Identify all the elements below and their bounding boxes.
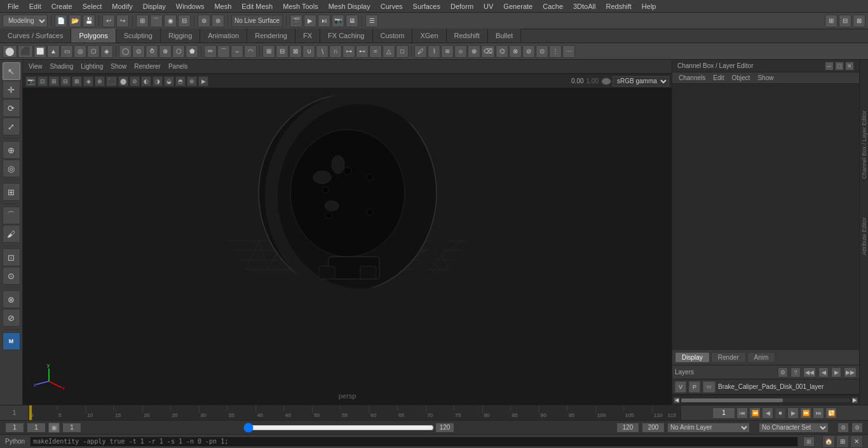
sculpt6-button[interactable]: ⌫ bbox=[481, 45, 495, 58]
anim-settings-btn[interactable]: ⚙ bbox=[837, 423, 849, 433]
menu-edit-mesh[interactable]: Edit Mesh bbox=[236, 1, 278, 11]
sculpt10-button[interactable]: ⊙ bbox=[536, 45, 548, 58]
snap-curve-button[interactable]: ⌒ bbox=[150, 15, 163, 27]
menu-create[interactable]: Create bbox=[46, 1, 78, 11]
tab-sculpting[interactable]: Sculpting bbox=[116, 29, 161, 43]
menu-redshift[interactable]: Redshift bbox=[600, 1, 636, 11]
range-end-input[interactable] bbox=[642, 423, 665, 433]
menu-modify[interactable]: Modify bbox=[107, 1, 137, 11]
vp-lighting-menu[interactable]: Lighting bbox=[78, 62, 106, 71]
sphere-button[interactable]: ⬤ bbox=[3, 45, 17, 58]
shadow-btn[interactable]: ◐ bbox=[141, 76, 151, 86]
vp-renderer-menu[interactable]: Renderer bbox=[131, 62, 164, 71]
vp-view-menu[interactable]: View bbox=[25, 62, 46, 71]
arc-button[interactable]: ◠ bbox=[244, 45, 257, 58]
undo-button[interactable]: ↩ bbox=[102, 15, 115, 27]
triangulate-button[interactable]: △ bbox=[383, 45, 395, 58]
rotate-tool-btn[interactable]: ⟳ bbox=[3, 99, 20, 117]
tab-rigging[interactable]: Rigging bbox=[161, 29, 200, 43]
dra-render-tab[interactable]: Render bbox=[711, 352, 746, 363]
snap-view-button[interactable]: ⊚ bbox=[198, 15, 210, 27]
redo-button[interactable]: ↪ bbox=[116, 15, 129, 27]
filmgate-btn[interactable]: ⊡ bbox=[37, 76, 48, 86]
open-file-button[interactable]: 📂 bbox=[69, 15, 81, 27]
ch-tab-show[interactable]: Show bbox=[755, 74, 776, 82]
sculpt9-button[interactable]: ⊘ bbox=[522, 45, 535, 58]
toggle-panel3-button[interactable]: ⊠ bbox=[853, 15, 865, 27]
ch-tab-channels[interactable]: Channels bbox=[676, 74, 708, 82]
prism-button[interactable]: ⬡ bbox=[87, 45, 100, 58]
toggle-panel1-button[interactable]: ⊞ bbox=[825, 15, 837, 27]
color-space-select[interactable]: sRGB gamma bbox=[613, 76, 669, 86]
frame-start-input[interactable] bbox=[5, 423, 24, 433]
ch-tab-edit[interactable]: Edit bbox=[710, 74, 726, 82]
tab-polygons[interactable]: Polygons bbox=[71, 29, 116, 43]
menu-mesh-display[interactable]: Mesh Display bbox=[323, 1, 376, 11]
boolintersect-button[interactable]: ∩ bbox=[329, 45, 342, 58]
camera-vis-btn[interactable]: 📷 bbox=[25, 76, 36, 86]
torus-button[interactable]: ◎ bbox=[74, 45, 86, 58]
bez-curve-button[interactable]: ⌣ bbox=[231, 45, 243, 58]
current-frame-input[interactable] bbox=[712, 407, 735, 419]
plane-button[interactable]: ▭ bbox=[60, 45, 73, 58]
move-tool-btn[interactable]: ✛ bbox=[3, 81, 20, 98]
extract-button[interactable]: ⊠ bbox=[289, 45, 302, 58]
pipe-button[interactable]: ⊙ bbox=[132, 45, 145, 58]
play-back-btn[interactable]: ◀ bbox=[762, 407, 773, 419]
tab-curves-surfaces[interactable]: Curves / Surfaces bbox=[0, 29, 71, 43]
step-fwd-btn[interactable]: ⏩ bbox=[800, 407, 811, 419]
menu-mesh-tools[interactable]: Mesh Tools bbox=[278, 1, 323, 11]
frame-range-slider[interactable] bbox=[243, 423, 434, 433]
wireframe-btn[interactable]: ⊕ bbox=[95, 76, 105, 86]
rp-min-btn[interactable]: ─ bbox=[825, 62, 834, 71]
tab-fx-caching[interactable]: FX Caching bbox=[320, 29, 372, 43]
tab-bullet[interactable]: Bullet bbox=[488, 29, 522, 43]
render-button[interactable]: 🎬 bbox=[290, 15, 302, 27]
close-bottom-btn[interactable]: ✕ bbox=[850, 435, 863, 448]
skip-to-end-btn[interactable]: ⏭ bbox=[813, 407, 824, 419]
paint-select-btn[interactable]: 🖌 bbox=[3, 225, 20, 243]
loop-btn[interactable]: 🔁 bbox=[825, 407, 837, 419]
sculpt12-button[interactable]: ⋯ bbox=[562, 45, 575, 58]
sculpt7-button[interactable]: ⌬ bbox=[496, 45, 508, 58]
menu-cache[interactable]: Cache bbox=[538, 1, 568, 11]
scroll-left-btn[interactable]: ◀ bbox=[674, 397, 680, 404]
camera-button[interactable]: 📷 bbox=[332, 15, 344, 27]
move-pivot-btn[interactable]: ⊡ bbox=[3, 248, 20, 266]
show-manip-btn[interactable]: ⊞ bbox=[3, 183, 20, 201]
ep-curve-button[interactable]: ⌒ bbox=[217, 45, 230, 58]
vp-shading-menu[interactable]: Shading bbox=[47, 62, 77, 71]
gear-mesh-button[interactable]: ⊕ bbox=[159, 45, 172, 58]
menu-windows[interactable]: Windows bbox=[171, 1, 210, 11]
rp-close-btn[interactable]: ✕ bbox=[845, 62, 854, 71]
tab-custom[interactable]: Custom bbox=[373, 29, 413, 43]
timeline-ruler[interactable]: 0 5 10 15 20 25 30 35 40 45 50 55 60 65 … bbox=[29, 405, 681, 420]
platonic-button[interactable]: ◈ bbox=[100, 45, 113, 58]
viewport[interactable]: View Shading Lighting Show Renderer Pane… bbox=[23, 60, 672, 405]
tab-xgen[interactable]: XGen bbox=[412, 29, 446, 43]
render-seq-button[interactable]: ⏯ bbox=[318, 15, 330, 27]
layer-fwd-btn[interactable]: ▶▶ bbox=[844, 367, 857, 377]
sculpt5-button[interactable]: ⊕ bbox=[468, 45, 480, 58]
sculpt4-button[interactable]: ⌾ bbox=[454, 45, 467, 58]
color-picker-btn[interactable] bbox=[601, 78, 611, 85]
attribute-editor-collapse-label[interactable]: Attribute Editor bbox=[861, 217, 867, 255]
vp-panels-menu[interactable]: Panels bbox=[165, 62, 191, 71]
center-pivot-btn[interactable]: ⊙ bbox=[3, 267, 20, 285]
layer-next-btn[interactable]: ▶ bbox=[831, 367, 841, 377]
texture-btn[interactable]: ⊘ bbox=[130, 76, 140, 86]
menu-uv[interactable]: UV bbox=[478, 1, 498, 11]
super-button[interactable]: ⬟ bbox=[186, 45, 198, 58]
smooth-shading-btn[interactable]: ⬛ bbox=[106, 76, 117, 86]
step-back-btn[interactable]: ⏪ bbox=[749, 407, 761, 419]
command-line[interactable]: makeIdentity -apply true -t 1 -r 1 -s 1 … bbox=[30, 437, 798, 447]
saferegion-btn[interactable]: ⊞ bbox=[49, 76, 59, 86]
soccer-button[interactable]: ⬡ bbox=[172, 45, 185, 58]
layer-help-btn[interactable]: ? bbox=[790, 367, 801, 377]
grid-view-btn[interactable]: ⊞ bbox=[836, 435, 849, 448]
layer-visibility-p[interactable]: P bbox=[689, 381, 700, 393]
tab-rendering[interactable]: Rendering bbox=[247, 29, 295, 43]
layer-back-btn[interactable]: ◀◀ bbox=[803, 367, 816, 377]
frame-current-input[interactable] bbox=[27, 423, 46, 433]
menu-3dtoall[interactable]: 3DtoAll bbox=[568, 1, 600, 11]
